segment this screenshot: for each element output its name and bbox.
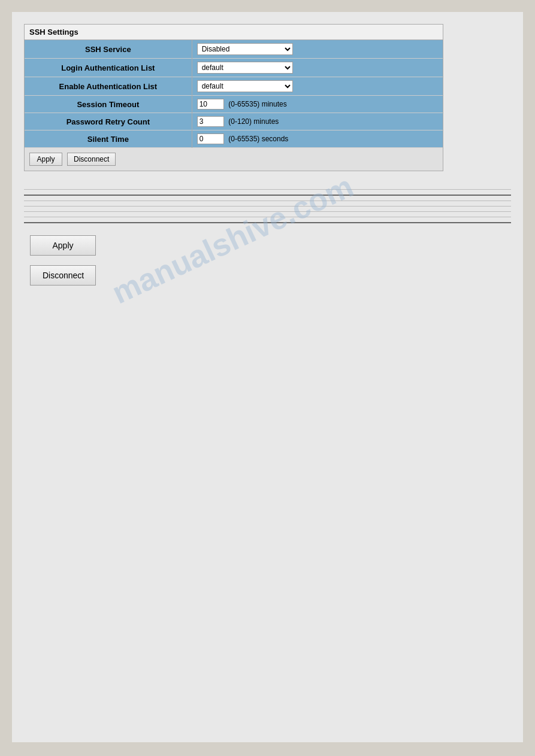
disconnect-button-top[interactable]: Disconnect — [67, 153, 116, 166]
table-row-enable-auth: Enable Authentication List default — [25, 77, 443, 96]
login-auth-label: Login Authentication List — [25, 59, 192, 77]
session-timeout-range: (0-65535) minutes — [228, 100, 286, 108]
ssh-service-label: SSH Service — [25, 40, 192, 59]
ssh-settings-box: SSH Settings SSH Service Disabled Enable… — [24, 24, 443, 171]
password-retry-input[interactable] — [197, 116, 224, 127]
login-auth-value: default — [192, 59, 443, 77]
disconnect-button-standalone[interactable]: Disconnect — [30, 265, 96, 286]
ssh-settings-title: SSH Settings — [25, 25, 443, 40]
session-timeout-input[interactable] — [197, 99, 224, 110]
apply-button-top[interactable]: Apply — [29, 153, 62, 166]
login-auth-select[interactable]: default — [197, 62, 293, 74]
divider-4 — [24, 206, 511, 207]
divider-3 — [24, 201, 511, 201]
table-row-silent-time: Silent Time (0-65535) seconds — [25, 130, 443, 148]
ssh-service-value: Disabled Enabled — [192, 40, 443, 59]
password-retry-range: (0-120) minutes — [228, 117, 279, 126]
divider-5 — [24, 211, 511, 212]
apply-button-standalone[interactable]: Apply — [30, 235, 96, 256]
table-row-password-retry: Password Retry Count (0-120) minutes — [25, 113, 443, 130]
ssh-service-select[interactable]: Disabled Enabled — [197, 43, 293, 55]
session-timeout-label: Session Timeout — [25, 96, 192, 113]
enable-auth-select[interactable]: default — [197, 80, 293, 92]
button-row: Apply Disconnect — [25, 148, 443, 171]
table-row-login-auth: Login Authentication List default — [25, 59, 443, 77]
silent-time-input[interactable] — [197, 133, 224, 144]
divider-7 — [24, 222, 511, 223]
divider-1 — [24, 189, 511, 190]
table-row-ssh-service: SSH Service Disabled Enabled — [25, 40, 443, 59]
enable-auth-value: default — [192, 77, 443, 96]
enable-auth-label: Enable Authentication List — [25, 77, 192, 96]
dividers-section — [24, 189, 511, 223]
session-timeout-value: (0-65535) minutes — [192, 96, 443, 113]
password-retry-label: Password Retry Count — [25, 113, 192, 130]
password-retry-value: (0-120) minutes — [192, 113, 443, 130]
silent-time-label: Silent Time — [25, 130, 192, 148]
standalone-buttons: Apply Disconnect — [30, 235, 511, 286]
silent-time-value: (0-65535) seconds — [192, 130, 443, 148]
divider-2 — [24, 195, 511, 196]
settings-table: SSH Service Disabled Enabled Login Authe… — [25, 40, 443, 148]
silent-time-range: (0-65535) seconds — [228, 135, 288, 143]
page-wrapper: SSH Settings SSH Service Disabled Enable… — [12, 12, 523, 742]
divider-6 — [24, 217, 511, 217]
table-row-session-timeout: Session Timeout (0-65535) minutes — [25, 96, 443, 113]
